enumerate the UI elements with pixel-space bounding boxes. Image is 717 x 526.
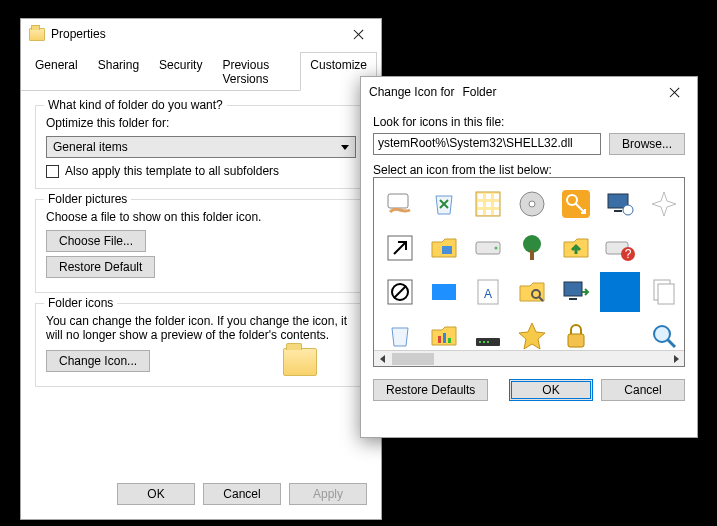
svg-point-17 <box>623 205 633 215</box>
tab-previous-versions[interactable]: Previous Versions <box>212 52 300 91</box>
icon-option-overlay-arrow[interactable] <box>380 228 420 268</box>
svg-text:?: ? <box>625 247 632 261</box>
change-icon-titlebar[interactable]: Change Icon for Folder <box>361 77 697 107</box>
icons-hint: You can change the folder icon. If you c… <box>46 314 356 342</box>
triangle-right-icon <box>674 355 679 363</box>
icon-option-blue-square[interactable] <box>424 272 464 312</box>
change-icon-ok-button[interactable]: OK <box>509 379 593 401</box>
select-icon-label: Select an icon from the list below: <box>373 163 685 177</box>
svg-rect-23 <box>530 250 534 260</box>
change-icon-close-button[interactable] <box>653 77 697 107</box>
group-folder-pictures: Folder pictures Choose a file to show on… <box>35 199 367 293</box>
svg-rect-8 <box>478 210 483 215</box>
icon-option-key[interactable] <box>556 184 596 224</box>
change-icon-cancel-button[interactable]: Cancel <box>601 379 685 401</box>
svg-rect-35 <box>564 282 582 296</box>
svg-rect-16 <box>614 210 622 212</box>
properties-apply-button[interactable]: Apply <box>289 483 367 505</box>
restore-default-button[interactable]: Restore Default <box>46 256 155 278</box>
icon-option-font-file[interactable]: A <box>468 272 508 312</box>
group-icons-legend: Folder icons <box>44 296 117 310</box>
close-icon <box>354 29 364 39</box>
svg-point-46 <box>487 341 489 343</box>
svg-rect-6 <box>486 202 491 207</box>
icon-option-folder-up[interactable] <box>556 228 596 268</box>
properties-cancel-button[interactable]: Cancel <box>203 483 281 505</box>
svg-rect-0 <box>388 194 408 208</box>
optimize-select[interactable]: General items <box>46 136 356 158</box>
apply-subfolders-checkbox[interactable]: Also apply this template to all subfolde… <box>46 164 356 178</box>
icon-option-recycle-bin[interactable] <box>424 184 464 224</box>
scroll-track[interactable] <box>390 351 668 367</box>
look-for-label: Look for icons in this file: <box>373 115 685 129</box>
properties-title: Properties <box>51 27 106 41</box>
chevron-down-icon <box>341 145 349 150</box>
icon-option-monitor-settings[interactable] <box>600 184 640 224</box>
tab-general[interactable]: General <box>25 52 88 91</box>
svg-rect-47 <box>568 334 584 347</box>
restore-defaults-button[interactable]: Restore Defaults <box>373 379 488 401</box>
icon-option-drive[interactable] <box>468 228 508 268</box>
change-icon-title-target: Folder <box>462 85 496 99</box>
close-icon <box>670 87 680 97</box>
icon-option-sparkle[interactable] <box>644 184 684 224</box>
group-pictures-legend: Folder pictures <box>44 192 131 206</box>
folder-preview-icon <box>283 348 317 376</box>
apply-subfolders-label: Also apply this template to all subfolde… <box>65 164 279 178</box>
optimize-select-value: General items <box>53 140 128 154</box>
icon-option-computer-go[interactable] <box>556 272 596 312</box>
svg-rect-5 <box>478 202 483 207</box>
icon-option-documents[interactable] <box>644 272 684 312</box>
folder-icon <box>29 28 45 41</box>
change-icon-title-prefix: Change Icon for <box>369 85 454 99</box>
svg-rect-36 <box>569 298 577 300</box>
icon-option-folder-app[interactable] <box>424 228 464 268</box>
browse-button[interactable]: Browse... <box>609 133 685 155</box>
svg-rect-19 <box>442 246 452 254</box>
properties-titlebar[interactable]: Properties <box>21 19 381 49</box>
tab-sharing[interactable]: Sharing <box>88 52 149 91</box>
svg-rect-40 <box>438 336 441 343</box>
properties-close-button[interactable] <box>337 19 381 49</box>
properties-tabs: General Sharing Security Previous Versio… <box>21 51 381 91</box>
icon-list: ?A <box>373 177 685 367</box>
choose-file-button[interactable]: Choose File... <box>46 230 146 252</box>
icon-option-tree[interactable] <box>512 228 552 268</box>
icon-option-folder-search[interactable] <box>512 272 552 312</box>
group-folder-kind: What kind of folder do you want? Optimiz… <box>35 105 367 189</box>
change-icon-button[interactable]: Change Icon... <box>46 350 150 372</box>
icon-option-blank[interactable] <box>644 228 684 268</box>
pictures-hint: Choose a file to show on this folder ico… <box>46 210 356 224</box>
svg-rect-30 <box>432 284 456 300</box>
svg-rect-37 <box>606 278 634 306</box>
scroll-right-button[interactable] <box>668 351 684 367</box>
svg-rect-4 <box>494 194 499 199</box>
svg-rect-42 <box>448 338 451 343</box>
svg-rect-41 <box>443 333 446 343</box>
scroll-thumb[interactable] <box>392 353 434 365</box>
icon-path-input[interactable]: ystemRoot%\System32\SHELL32.dll <box>373 133 601 155</box>
triangle-left-icon <box>380 355 385 363</box>
svg-rect-7 <box>494 202 499 207</box>
svg-line-49 <box>668 340 675 347</box>
icon-option-drive-help[interactable]: ? <box>600 228 640 268</box>
customize-panel: What kind of folder do you want? Optimiz… <box>21 91 381 387</box>
scroll-left-button[interactable] <box>374 351 390 367</box>
icon-option-grid-view[interactable] <box>468 184 508 224</box>
svg-rect-2 <box>478 194 483 199</box>
icon-option-blue-sel[interactable] <box>600 272 640 312</box>
icon-list-scrollbar[interactable] <box>374 350 684 366</box>
svg-point-48 <box>654 326 670 342</box>
group-kind-legend: What kind of folder do you want? <box>44 98 227 112</box>
tab-security[interactable]: Security <box>149 52 212 91</box>
change-icon-dialog: Change Icon for Folder Look for icons in… <box>360 76 698 438</box>
svg-rect-3 <box>486 194 491 199</box>
icon-option-hand-share[interactable] <box>380 184 420 224</box>
properties-footer: OK Cancel Apply <box>117 483 367 505</box>
svg-text:A: A <box>484 287 492 301</box>
svg-point-12 <box>529 201 535 207</box>
icon-option-cd-disc[interactable] <box>512 184 552 224</box>
optimize-label: Optimize this folder for: <box>46 116 356 130</box>
properties-ok-button[interactable]: OK <box>117 483 195 505</box>
icon-option-overlay-block[interactable] <box>380 272 420 312</box>
